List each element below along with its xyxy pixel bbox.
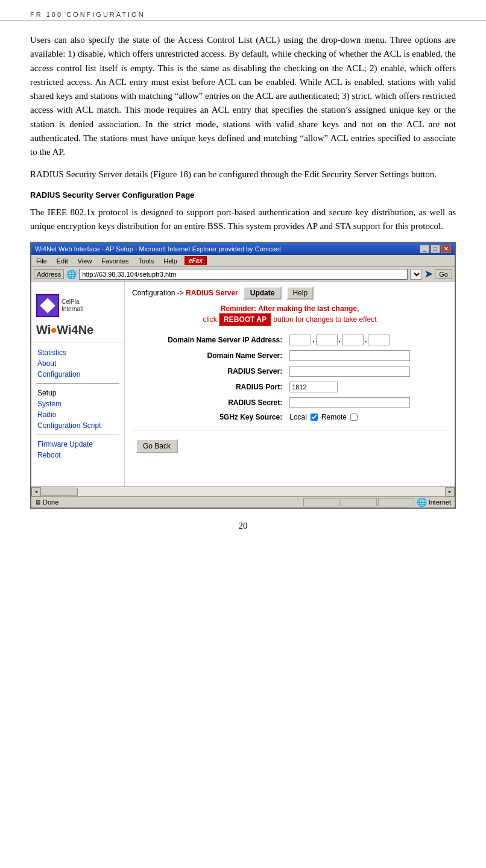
address-icon: 🌐 [66,269,77,279]
browser-title: Wi4Net Web Interface - AP Setup - Micros… [35,245,281,253]
paragraph-1: Users can also specify the state of the … [30,33,456,159]
maximize-button[interactable]: □ [431,245,440,253]
radius-secret-label: RADIUS Secret: [132,395,286,410]
sidebar-setup-label: Setup [31,388,124,398]
status-done-label: Done [43,498,58,506]
sidebar-item-config-script[interactable]: Configuration Script [31,420,124,431]
radius-secret-input[interactable] [289,397,410,408]
go-back-button[interactable]: Go Back [136,439,178,453]
sidebar-item-firmware[interactable]: Firmware Update [31,439,124,450]
sidebar-item-reboot[interactable]: Reboot [31,450,124,461]
menu-edit[interactable]: Edit [54,257,71,265]
config-form: Domain Name Server IP Address: . . . [132,332,447,424]
dns-ip-inputs: . . . [286,332,447,348]
reminder-click: click [203,315,219,324]
update-button[interactable]: Update [243,286,282,300]
top-nav: Configuration -> RADIUS Server Update He… [132,286,447,300]
close-button[interactable]: ✕ [441,245,451,253]
radius-port-input-cell [286,379,447,395]
help-button[interactable]: Help [286,286,314,300]
status-icon: 🖥 [35,499,41,506]
radius-server-row: RADIUS Server: [132,363,447,379]
sidebar-item-system[interactable]: System [31,398,124,409]
address-input[interactable] [79,269,408,280]
dns-name-input-cell [286,348,447,363]
dns-ip-label: Domain Name Server IP Address: [132,332,286,348]
status-segments [303,498,414,506]
logo-text-1: CelPla [62,298,83,306]
radius-server-input[interactable] [289,366,410,377]
menu-bar: File Edit View Favorites Tools Help eFax [31,255,455,267]
page-header: FR 100 CONFIGURATION [0,0,486,21]
reboot-ap-button[interactable]: REBOOT AP [219,313,271,326]
scroll-thumb[interactable] [42,488,78,496]
scroll-track [41,487,445,496]
sidebar-item-configuration[interactable]: Configuration [31,369,124,380]
dns-name-row: Domain Name Server: [132,348,447,363]
minimize-button[interactable]: _ [420,245,429,253]
local-checkbox[interactable] [311,414,318,421]
sidebar-divider [36,383,119,384]
remote-checkbox[interactable] [350,414,358,421]
dns-name-input[interactable] [289,350,410,361]
browser-window: Wi4Net Web Interface - AP Setup - Micros… [30,242,456,509]
menu-favorites[interactable]: Favorites [99,257,131,265]
internet-indicator: 🌐 Internet [417,497,451,507]
status-done: 🖥 Done [35,498,301,506]
logo-text-block: CelPla Internati [62,298,83,313]
status-seg-1 [303,498,339,506]
wi4net-logo: WiWi4Ne [36,323,119,337]
sidebar-item-statistics[interactable]: Statistics [31,347,124,358]
key-source-controls: Local Remote [286,410,447,424]
horizontal-scrollbar[interactable]: ◂ ▸ [31,486,455,496]
breadcrumb-radius: RADIUS Server [186,289,238,297]
breadcrumb-arrow: -> [177,289,186,297]
reminder-text-1: Reminder: After making the last change, [132,304,447,313]
ip-dot-3: . [365,336,367,344]
ip-dot-1: . [312,336,314,344]
menu-tools[interactable]: Tools [136,257,157,265]
browser-controls: _ □ ✕ [420,245,451,253]
sidebar-divider-2 [36,435,119,435]
radius-port-input[interactable] [289,382,338,392]
dns-ip-octet4[interactable] [368,335,390,345]
scroll-left-arrow[interactable]: ◂ [31,487,41,497]
menu-view[interactable]: View [75,257,95,265]
dns-ip-octet2[interactable] [316,335,338,345]
breadcrumb-config: Configuration [132,289,175,297]
logo-text-2: Internati [62,306,83,313]
header-title: FR 100 CONFIGURATION [30,11,145,18]
efax-button[interactable]: eFax [185,256,207,265]
ip-dot-2: . [339,336,341,344]
sidebar-item-about[interactable]: About [31,358,124,369]
status-seg-2 [341,498,377,506]
menu-help[interactable]: Help [161,257,180,265]
reminder-box: Reminder: After making the last change, … [132,304,447,326]
go-button[interactable]: Go [435,269,452,279]
main-content: Configuration -> RADIUS Server Update He… [125,281,455,486]
sidebar-item-radio[interactable]: Radio [31,409,124,420]
dns-ip-octet3[interactable] [342,335,364,345]
scroll-right-arrow[interactable]: ▸ [445,487,455,497]
logo-purple-box [36,294,59,317]
browser-titlebar: Wi4Net Web Interface - AP Setup - Micros… [31,243,455,255]
wifi-dot-icon [51,328,56,333]
radius-server-input-cell [286,363,447,379]
menu-file[interactable]: File [34,257,49,265]
logo-box: CelPla Internati [36,289,115,322]
status-seg-3 [378,498,414,506]
address-label: Address [34,269,64,279]
dns-ip-row: Domain Name Server IP Address: . . . [132,332,447,348]
status-bar: 🖥 Done 🌐 Internet [31,496,455,508]
sidebar-logo: CelPla Internati WiWi4Ne [31,286,124,342]
radius-secret-input-cell [286,395,447,410]
address-dropdown[interactable]: ▼ [410,269,422,280]
dns-ip-octet1[interactable] [289,335,311,345]
radius-secret-row: RADIUS Secret: [132,395,447,410]
address-bar: Address 🌐 ▼ ➤ Go [31,267,455,281]
reminder-reboot-row: click REBOOT AP button for changes to ta… [132,313,447,326]
ip-inputs-group: . . . [289,335,444,345]
logo-diamond-icon [40,298,55,313]
browser-content: CelPla Internati WiWi4Ne Statistics Abou… [31,281,455,486]
local-label: Local [289,413,307,421]
